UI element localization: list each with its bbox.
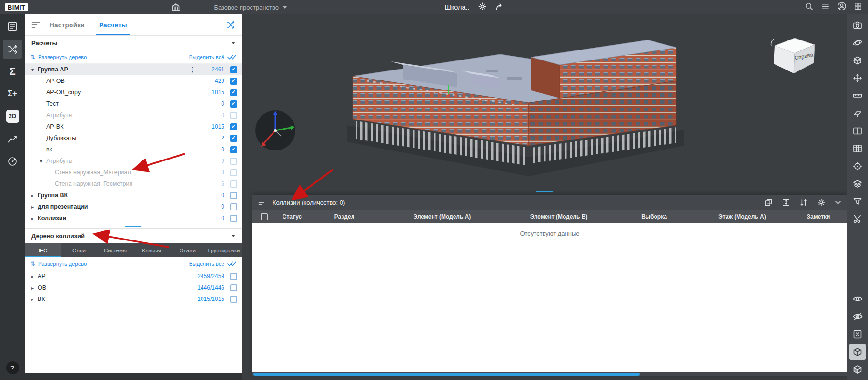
clip-plane-icon[interactable]: [849, 105, 866, 121]
search-icon[interactable]: [805, 2, 814, 13]
tree-row[interactable]: Стена наружная_Геометрия 6: [25, 178, 242, 190]
tree-item-checkbox[interactable]: [230, 273, 237, 280]
tree-expand-arrow-icon[interactable]: [30, 193, 36, 198]
workspace-selector[interactable]: Базовое пространство: [214, 4, 287, 11]
horizontal-scrollbar[interactable]: [252, 372, 847, 376]
tree-row[interactable]: Атрибуты 0: [25, 110, 242, 121]
column-header-floor-a[interactable]: Этаж (Модель А): [695, 213, 790, 220]
tree-item-checkbox[interactable]: [230, 169, 237, 176]
calculations-section-header[interactable]: Расчеты: [25, 36, 242, 50]
building-model-3d[interactable]: [343, 28, 684, 185]
pan-icon[interactable]: [849, 70, 866, 86]
tree-expand-arrow-icon[interactable]: [30, 204, 36, 210]
column-header-section[interactable]: Раздел: [309, 213, 380, 220]
tree-expand-arrow-icon[interactable]: [30, 67, 36, 72]
collision-tree-section-header[interactable]: Дерево коллизий: [25, 228, 242, 243]
tree-item-checkbox[interactable]: [230, 146, 237, 153]
tree-item-checkbox[interactable]: [230, 123, 237, 130]
collapse-panel-chevron-icon[interactable]: [835, 200, 841, 205]
user-account-icon[interactable]: [837, 1, 847, 13]
tree-row[interactable]: Дубликаты 2: [25, 132, 242, 144]
cut-scissors-icon[interactable]: [849, 211, 866, 227]
tree-row[interactable]: АР-ВК 1015: [25, 121, 242, 132]
tree-row[interactable]: АР-ОВ_copy 1015: [25, 87, 242, 98]
tree-item-checkbox[interactable]: [230, 158, 237, 165]
layers-icon[interactable]: [849, 176, 866, 191]
tree-row[interactable]: вк 0: [25, 144, 242, 155]
swap-vertical-icon[interactable]: [799, 198, 808, 207]
tree-item-checkbox[interactable]: [230, 192, 237, 199]
clear-selection-icon[interactable]: [849, 326, 866, 342]
scrollbar-thumb[interactable]: [253, 373, 640, 376]
axis-gizmo[interactable]: [253, 109, 297, 152]
navigation-cube[interactable]: Справа: [767, 31, 819, 79]
tree-row[interactable]: Тест 0: [25, 98, 242, 110]
tree-row[interactable]: Коллизии 0: [25, 212, 242, 224]
tree-item-checkbox[interactable]: [230, 66, 237, 73]
collision-tree-tab[interactable]: Слои: [61, 243, 97, 257]
panel-tab[interactable]: Расчеты: [99, 14, 127, 35]
tree-row[interactable]: АР-ОВ 429: [25, 75, 242, 87]
collisions-tool-icon[interactable]: [3, 40, 22, 59]
project-settings-gear-icon[interactable]: [478, 2, 487, 12]
measure-ruler-icon[interactable]: [849, 88, 866, 103]
viewport-3d[interactable]: Справа Коллизии (количество: 0): [242, 14, 847, 380]
collision-tree-tab[interactable]: IFC: [25, 243, 61, 257]
expand-tree-button[interactable]: Развернуть дерево: [30, 54, 87, 60]
column-header-element-b[interactable]: Элемент (Модель B): [504, 213, 614, 220]
tree-item-checkbox[interactable]: [230, 296, 237, 303]
tree-item-checkbox[interactable]: [230, 112, 237, 119]
column-header-element-a[interactable]: Элемент (Модель А): [380, 213, 504, 220]
hide-element-eye-off-icon[interactable]: [849, 309, 866, 324]
model-tree-icon[interactable]: [3, 17, 22, 36]
tree-item-checkbox[interactable]: [230, 215, 237, 222]
tree-expand-arrow-icon[interactable]: [30, 216, 36, 221]
help-button[interactable]: ?: [6, 361, 19, 374]
panel-resize-handle[interactable]: [536, 191, 553, 192]
tree-item-checkbox[interactable]: [230, 89, 237, 96]
collision-tree-tab[interactable]: Системы: [97, 243, 133, 257]
tree-item-checkbox[interactable]: [230, 100, 237, 108]
tree-item-checkbox[interactable]: [230, 180, 237, 188]
tree-item-checkbox[interactable]: [230, 135, 237, 142]
model-cube-icon[interactable]: [849, 344, 866, 360]
column-header-selection[interactable]: Выборка: [614, 213, 695, 220]
building-icon[interactable]: [171, 2, 181, 12]
collision-tree-tab[interactable]: Этажи: [170, 243, 206, 257]
focus-target-icon[interactable]: [849, 158, 866, 174]
select-all-checkbox[interactable]: [261, 213, 268, 220]
sums-add-tool-icon[interactable]: Σ+: [3, 84, 22, 103]
group-copy-icon[interactable]: [764, 198, 773, 207]
list-menu-icon[interactable]: [821, 2, 830, 13]
share-icon[interactable]: [495, 2, 504, 12]
split-view-icon[interactable]: [849, 123, 866, 139]
collision-tree-tab[interactable]: Группировки: [206, 243, 242, 257]
tree-row[interactable]: ВК 1015/1015: [25, 293, 242, 305]
tree-expand-arrow-icon[interactable]: [38, 159, 44, 164]
tree-row[interactable]: ОВ 1446/1446: [25, 282, 242, 293]
column-header-notes[interactable]: Заметки: [790, 213, 847, 220]
screenshot-icon[interactable]: [849, 17, 866, 33]
apps-grid-icon[interactable]: [854, 2, 862, 12]
filter-icon[interactable]: [849, 193, 866, 209]
dashboard-gauge-icon[interactable]: [3, 151, 22, 170]
tree-row[interactable]: для презентации 0: [25, 201, 242, 212]
tree-expand-arrow-icon[interactable]: [30, 297, 36, 302]
select-all-button[interactable]: Выделить всё: [189, 54, 236, 60]
tree-item-checkbox[interactable]: [230, 78, 237, 85]
tree-row[interactable]: Стена наружная_Материал 3: [25, 167, 242, 178]
tree-row[interactable]: Атрибуты 9: [25, 155, 242, 167]
select-all-button[interactable]: Выделить всё: [189, 261, 236, 267]
tree-row[interactable]: Группа АР 2461: [25, 64, 242, 75]
expand-tree-button[interactable]: Развернуть дерево: [30, 260, 87, 267]
tree-item-checkbox[interactable]: [230, 203, 237, 210]
kebab-menu-icon[interactable]: [189, 66, 195, 73]
column-header-status[interactable]: Статус: [275, 213, 309, 220]
orbit-icon[interactable]: [849, 35, 866, 50]
tree-row[interactable]: АР 2459/2459: [25, 270, 242, 282]
settings-gear-icon[interactable]: [817, 198, 826, 207]
tree-row[interactable]: Группа ВК 0: [25, 190, 242, 201]
sums-tool-icon[interactable]: Σ: [3, 62, 22, 81]
section-resize-handle[interactable]: [125, 226, 141, 227]
fit-height-icon[interactable]: [782, 198, 790, 207]
